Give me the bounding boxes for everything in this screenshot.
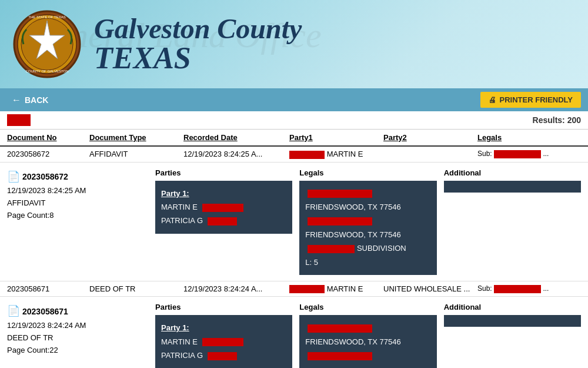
results-count: Results: 200 — [533, 115, 581, 125]
legals-line1-2: FRIENDSWOOD, TX 77546 — [305, 335, 430, 349]
additional-heading-2: Additional — [444, 303, 581, 311]
doc-no-1: 2023058672 — [7, 150, 89, 158]
legals-2: Sub: ... — [477, 284, 581, 293]
redacted-block — [7, 114, 31, 126]
detail-doc-no-1[interactable]: 📄 2023058672 — [7, 168, 148, 185]
record-row-2: 2023058671 DEED OF TR 12/19/2023 8:24:24… — [0, 281, 588, 368]
recorded-date-2: 12/19/2023 8:24:24 A... — [183, 284, 289, 293]
legals-line2-1: FRIENDSWOOD, TX 77546 — [305, 228, 430, 241]
legals-heading-2: Legals — [299, 303, 436, 311]
col-doc-no[interactable]: Document No — [7, 133, 89, 142]
detail-additional-1: Additional — [444, 168, 581, 275]
back-button[interactable]: ← BACK — [7, 92, 53, 108]
doc-type-2: DEED OF TR — [89, 284, 183, 293]
texas-seal: COUNTY OF GALVESTON THE STATE OF TEXAS — [12, 9, 82, 79]
additional-heading-1: Additional — [444, 168, 581, 177]
legals-redacted-2 — [494, 285, 541, 293]
parties-heading-1: Parties — [155, 168, 292, 177]
detail-date-2: 12/19/2023 8:24:24 AM — [7, 320, 148, 332]
party2-detail-1: PATRICIA G — [161, 214, 286, 227]
col-recorded-date[interactable]: Recorded Date — [183, 133, 289, 142]
results-bar: Results: 200 — [0, 111, 588, 130]
party2-name-redacted-1 — [208, 217, 237, 226]
detail-left-1: 📄 2023058672 12/19/2023 8:24:25 AM AFFID… — [7, 168, 148, 275]
legals-box-2: FRIENDSWOOD, TX 77546 — [299, 315, 436, 368]
printer-icon: 🖨 — [489, 95, 496, 104]
col-legals[interactable]: Legals — [477, 133, 581, 142]
detail-left-2: 📄 2023058671 12/19/2023 8:24:24 AM DEED … — [7, 303, 148, 368]
printer-label: PRINTER FRIENDLY — [500, 95, 573, 104]
parties-box-2: Party 1: MARTIN E PATRICIA G — [155, 315, 292, 368]
party1-1: MARTIN E — [289, 150, 383, 159]
printer-friendly-button[interactable]: 🖨 PRINTER FRIENDLY — [480, 92, 581, 108]
legals-redacted-line-2b — [305, 349, 430, 362]
legals-1: Sub: ... — [477, 150, 581, 158]
detail-legals-2: Legals FRIENDSWOOD, TX 77546 — [299, 303, 436, 368]
party2-name-redacted-2 — [208, 352, 237, 360]
party-label-1: Party 1: — [161, 187, 286, 200]
col-party1[interactable]: Party1 — [289, 133, 383, 142]
state-name: TEXAS — [94, 43, 302, 74]
legals-redacted-line-1a — [305, 187, 430, 200]
legals-redacted-line-1b — [305, 214, 430, 227]
detail-parties-1: Parties Party 1: MARTIN E PATRICIA G — [155, 168, 292, 275]
detail-additional-2: Additional — [444, 303, 581, 368]
document-icon-2: 📄 — [7, 303, 20, 320]
detail-doc-no-2[interactable]: 📄 2023058671 — [7, 303, 148, 320]
page-header: COUNTY OF GALVESTON THE STATE OF TEXAS G… — [0, 0, 588, 88]
col-doc-type[interactable]: Document Type — [89, 133, 183, 142]
doc-no-2: 2023058671 — [7, 284, 89, 293]
additional-box-1 — [444, 181, 581, 193]
detail-pagecount-1: Page Count:8 — [7, 210, 148, 222]
party1-detail-1: MARTIN E — [161, 200, 286, 214]
legals-line4-1: L: 5 — [305, 256, 430, 269]
nav-bar: ← BACK 🖨 PRINTER FRIENDLY — [0, 88, 588, 111]
detail-date-1: 12/19/2023 8:24:25 AM — [7, 185, 148, 197]
svg-text:COUNTY OF GALVESTON: COUNTY OF GALVESTON — [25, 69, 68, 73]
doc-type-1: AFFIDAVIT — [89, 150, 183, 158]
legals-heading-1: Legals — [299, 168, 436, 177]
svg-text:THE STATE OF TEXAS: THE STATE OF TEXAS — [28, 15, 65, 19]
county-name: Galveston County — [94, 15, 302, 43]
record-detail-2: 📄 2023058671 12/19/2023 8:24:24 AM DEED … — [0, 296, 588, 368]
record-summary-2[interactable]: 2023058671 DEED OF TR 12/19/2023 8:24:24… — [0, 281, 588, 297]
party1-name-redacted-1 — [202, 204, 243, 212]
detail-doctype-2: DEED OF TR — [7, 332, 148, 344]
record-summary-1[interactable]: 2023058672 AFFIDAVIT 12/19/2023 8:24:25 … — [0, 147, 588, 162]
header-title: Galveston County TEXAS — [94, 15, 302, 74]
record-detail-1: 📄 2023058672 12/19/2023 8:24:25 AM AFFID… — [0, 162, 588, 281]
back-arrow-icon: ← — [12, 95, 21, 105]
party1-redacted-2 — [289, 285, 325, 293]
parties-box-1: Party 1: MARTIN E PATRICIA G — [155, 181, 292, 234]
detail-doctype-1: AFFIDAVIT — [7, 197, 148, 210]
legals-redacted-line-2a — [305, 321, 430, 334]
detail-pagecount-2: Page Count:22 — [7, 344, 148, 357]
party2-detail-2: PATRICIA G — [161, 349, 286, 362]
detail-parties-2: Parties Party 1: MARTIN E PATRICIA G — [155, 303, 292, 368]
legals-box-1: FRIENDSWOOD, TX 77546 FRIENDSWOOD, TX 77… — [299, 181, 436, 275]
additional-box-2 — [444, 315, 581, 327]
party1-redacted-1 — [289, 151, 325, 159]
legals-line1-1: FRIENDSWOOD, TX 77546 — [305, 200, 430, 214]
legals-redacted-1 — [494, 150, 541, 158]
table-header: Document No Document Type Recorded Date … — [0, 130, 588, 147]
recorded-date-1: 12/19/2023 8:24:25 A... — [183, 150, 289, 158]
party2-2: UNITED WHOLESALE ... — [383, 284, 477, 293]
party-label-2: Party 1: — [161, 321, 286, 334]
party1-2: MARTIN E — [289, 284, 383, 294]
party1-name-redacted-2 — [202, 338, 243, 346]
record-row-1: 2023058672 AFFIDAVIT 12/19/2023 8:24:25 … — [0, 147, 588, 281]
col-party2[interactable]: Party2 — [383, 133, 477, 142]
document-icon-1: 📄 — [7, 168, 20, 185]
party1-detail-2: MARTIN E — [161, 335, 286, 349]
back-label: BACK — [25, 95, 48, 105]
legals-line3-1: SUBDIVISION — [305, 241, 430, 255]
detail-legals-1: Legals FRIENDSWOOD, TX 77546 FRIENDSWOOD… — [299, 168, 436, 275]
parties-heading-2: Parties — [155, 303, 292, 311]
